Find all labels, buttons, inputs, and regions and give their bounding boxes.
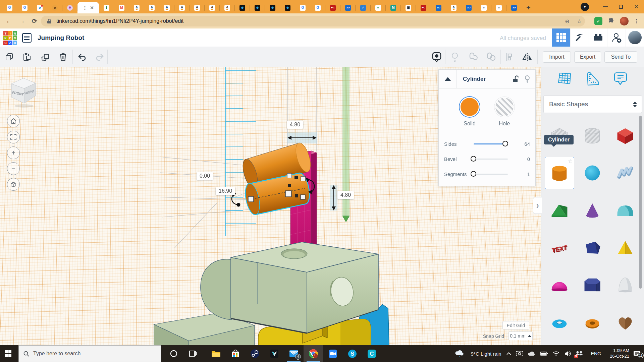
tab-amazon[interactable]: a	[446, 2, 461, 13]
tab-active-tinkercad[interactable]: ⋮✕	[77, 2, 99, 13]
design-title[interactable]: Jumping Robot	[38, 34, 84, 42]
unlock-icon[interactable]	[513, 75, 519, 83]
browser-menu-icon[interactable]: ⋮	[634, 18, 639, 24]
account-avatar[interactable]	[626, 28, 644, 47]
notes-tool-icon[interactable]	[613, 71, 628, 86]
wifi-icon[interactable]	[552, 351, 560, 356]
notes-toggle-icon[interactable]	[431, 52, 442, 62]
slider-track[interactable]	[474, 143, 508, 144]
tab-threed[interactable]: 3D	[431, 2, 446, 13]
import-button[interactable]: Import	[543, 51, 571, 63]
taskbar-app-steam[interactable]	[245, 345, 265, 362]
battery-icon[interactable]	[540, 351, 548, 356]
tab-amazon[interactable]: a	[129, 2, 144, 13]
tab-diamond[interactable]: ◆	[235, 2, 250, 13]
tab-translate[interactable]: G	[17, 2, 32, 13]
back-icon[interactable]: ←	[3, 17, 15, 25]
tab-threed[interactable]: 3D	[461, 2, 476, 13]
taskbar-app-clipchamp[interactable]: C	[362, 345, 381, 362]
shape-round-roof[interactable]	[610, 194, 640, 227]
close-button[interactable]: ✕	[629, 0, 644, 13]
tab-amazon[interactable]: a	[144, 2, 159, 13]
task-view-icon[interactable]	[185, 345, 201, 362]
notification-center-icon[interactable]: 11	[633, 351, 641, 357]
tab-globe[interactable]: ●	[491, 2, 506, 13]
browser-profile-avatar[interactable]	[620, 17, 629, 25]
shape-heart[interactable]	[610, 307, 640, 339]
slider-handle[interactable]	[471, 156, 476, 162]
shape-cone[interactable]	[578, 194, 607, 227]
dim-label-length[interactable]: 16.90	[216, 187, 235, 195]
tab-amazon[interactable]: a	[220, 2, 235, 13]
workplane-tool-icon[interactable]	[557, 71, 573, 86]
solid-option[interactable]: Solid	[461, 98, 479, 127]
zoom-out-button[interactable]: −	[7, 162, 20, 175]
design-menu-icon[interactable]	[22, 33, 32, 43]
tab-shield[interactable]: ✓	[356, 2, 371, 13]
zoom-page-icon[interactable]: ⊖	[565, 18, 569, 24]
zoom-in-button[interactable]: +	[7, 146, 20, 159]
collapse-panel-button[interactable]	[439, 70, 457, 88]
add-user-icon[interactable]	[607, 28, 626, 47]
tab-cube[interactable]: ▣	[401, 2, 416, 13]
dim-label-zero[interactable]: 0.00	[197, 172, 213, 180]
taskbar-app-predator[interactable]	[265, 345, 284, 362]
tab-avatar-purple[interactable]: ✱	[62, 2, 77, 13]
taskbar-app-explorer[interactable]	[206, 345, 226, 362]
shape-polygon[interactable]	[578, 232, 607, 264]
tab-google[interactable]: G	[295, 2, 310, 13]
tab-threed[interactable]: 3D	[506, 2, 522, 13]
send-to-button[interactable]: Send To	[604, 51, 637, 63]
dim-label-height[interactable]: 4.80	[337, 191, 354, 199]
ruler-tool-icon[interactable]	[585, 71, 600, 86]
shape-cylinder-hole[interactable]	[578, 119, 607, 152]
shape-paraboloid[interactable]	[610, 269, 640, 302]
solid-swatch[interactable]	[461, 98, 479, 116]
shape-cylinder[interactable]: ☆	[545, 157, 574, 189]
shape-torus[interactable]	[545, 307, 574, 339]
taskbar-app-chrome[interactable]	[304, 345, 323, 362]
tab-pcpp[interactable]: PC	[325, 2, 340, 13]
tab-diamond[interactable]: ◆	[265, 2, 280, 13]
language-indicator[interactable]: ENG	[591, 351, 601, 356]
tab-amazon[interactable]: a	[190, 2, 205, 13]
tab-outlook[interactable]: o	[32, 2, 47, 13]
tab-globe[interactable]: ●	[476, 2, 491, 13]
adblock-extension-icon[interactable]: ✓	[594, 17, 602, 25]
shape-half-sphere[interactable]	[545, 269, 574, 302]
hide-lightbulb-icon[interactable]	[525, 75, 530, 83]
forward-icon[interactable]: →	[15, 17, 28, 25]
3d-viewport[interactable]: 4.80 0.00 16.90 4.80 FRONT RIGHT + − Cyl…	[0, 67, 644, 345]
hole-option[interactable]: Hole	[495, 98, 514, 127]
duplicate-icon[interactable]	[40, 52, 51, 62]
maximize-button[interactable]	[613, 0, 629, 13]
hole-swatch[interactable]	[495, 98, 514, 116]
edit-grid-button[interactable]: Edit Grid	[502, 321, 529, 329]
cortana-icon[interactable]	[166, 345, 181, 362]
delete-icon[interactable]	[58, 52, 68, 62]
slider-handle[interactable]	[471, 171, 476, 177]
taskbar-app-mail[interactable]: 4	[284, 345, 304, 362]
extensions-puzzle-icon[interactable]	[608, 18, 614, 24]
snap-grid-select[interactable]: 0.1 mm	[508, 331, 533, 340]
weather-text[interactable]: 9°C Light rain	[471, 351, 501, 357]
url-field[interactable]: tinkercad.com/things/hn1PNfi2P4Y-jumping…	[41, 16, 585, 26]
shape-tube[interactable]	[578, 307, 607, 339]
minimize-button[interactable]	[598, 0, 613, 13]
shape-sphere[interactable]	[578, 157, 607, 189]
tab-menu-icon[interactable]: ⋮	[83, 5, 87, 10]
shape-category-select[interactable]: Basic Shapes	[543, 96, 642, 113]
slider-handle[interactable]	[502, 141, 508, 146]
slider-track[interactable]	[474, 159, 508, 160]
mirror-flip-icon[interactable]	[522, 52, 533, 62]
tab-diamond[interactable]: ◆	[280, 2, 295, 13]
screen-record-icon[interactable]	[516, 351, 523, 357]
dim-label-width[interactable]: 4.80	[287, 121, 303, 129]
undo-icon[interactable]	[77, 52, 88, 62]
tab-diamond[interactable]: ◆	[250, 2, 265, 13]
taskbar-app-skype[interactable]: S	[342, 345, 362, 362]
tab-threed[interactable]: 3D	[340, 2, 356, 13]
tab-pcpp[interactable]: PC	[416, 2, 431, 13]
tab-search-icon[interactable]: ▾	[581, 3, 589, 11]
paste-icon[interactable]	[21, 52, 32, 62]
